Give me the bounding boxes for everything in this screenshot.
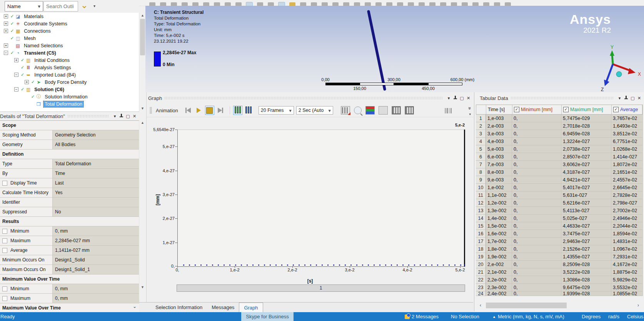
expand-icon[interactable]: + [4, 29, 8, 33]
collapse-icon[interactable]: − [14, 73, 18, 77]
table-cell[interactable]: 2,4e-002 [486, 291, 512, 296]
close-icon[interactable]: ✕ [636, 96, 642, 101]
body-icon[interactable] [354, 2, 360, 6]
skip-to-end-icon[interactable] [216, 106, 225, 115]
scroll-up-icon[interactable]: ▲ [139, 120, 146, 126]
table-cell[interactable]: 0, [512, 207, 561, 215]
label-icon[interactable] [268, 2, 274, 6]
tree-item-solution-c6-[interactable]: −✓▥Solution (C6) [0, 86, 139, 93]
table-cell[interactable]: 1,4355e-027 [561, 253, 611, 261]
table-row[interactable]: 141,4e-0020,5,025e-0272,4946e-02 [476, 215, 643, 222]
table-cell[interactable]: 5,4113e-027 [561, 207, 611, 215]
panel-menu-icon[interactable]: ▾ [112, 114, 118, 119]
table-cell[interactable]: 2,e-002 [486, 261, 512, 268]
table-cell[interactable]: 2,8507e-027 [561, 153, 611, 161]
table-row[interactable]: 44,e-0030,1,3224e-0276,7751e-02 [476, 138, 643, 145]
table-cell[interactable]: 2,3e-002 [486, 284, 512, 291]
table-cell[interactable]: 0, [512, 199, 561, 207]
tab-messages[interactable]: Messages [207, 303, 239, 312]
table-cell[interactable]: 0, [512, 284, 561, 291]
table-cell[interactable]: 5,025e-027 [561, 215, 611, 222]
table-row[interactable]: 242,4e-0020,1,9399e-0281,0855e-02 [476, 291, 643, 296]
checkbox-unchecked-icon[interactable] [2, 238, 7, 243]
extend-icon[interactable] [365, 2, 371, 6]
table-cell[interactable]: 1,5e-002 [486, 222, 512, 230]
close-icon[interactable]: ✕ [131, 114, 138, 119]
skip-to-start-icon[interactable] [184, 106, 193, 115]
table-row[interactable]: 181,8e-0020,2,1526e-0271,0967e-02 [476, 245, 643, 253]
panel-menu-icon[interactable]: ▾ [616, 96, 623, 101]
status-units[interactable]: ▲ Metric (mm, kg, N, s, mV, mA) [492, 312, 564, 321]
zoom-box-icon[interactable] [203, 2, 209, 6]
details-value[interactable]: No [53, 207, 139, 216]
export-video-icon[interactable] [341, 106, 350, 115]
status-angular-velocity[interactable]: rad/s [608, 312, 619, 321]
table-cell[interactable]: 2,7018e-028 [561, 122, 611, 130]
table-cell[interactable]: 2,e-003 [486, 122, 512, 130]
beam-geometry[interactable] [145, 6, 644, 92]
zoom-chart-icon[interactable] [354, 106, 362, 114]
collapse-icon[interactable]: − [4, 51, 8, 55]
table-cell[interactable]: 0, [512, 130, 561, 138]
adjacent-icon[interactable] [375, 2, 382, 6]
tree-item-named-selections[interactable]: +▤Named Selections [0, 42, 139, 49]
checkbox-unchecked-icon[interactable] [2, 248, 7, 253]
table-row[interactable]: 99,e-0030,4,9421e-0272,4557e-02 [476, 176, 643, 184]
table-cell[interactable]: 1,1e-002 [486, 191, 512, 199]
skype-for-business[interactable]: Skype for Business [241, 312, 294, 321]
table-cell[interactable]: 5,7475e-029 [561, 115, 611, 122]
table-cell[interactable]: 0, [512, 215, 561, 222]
table-cell[interactable]: 1,e-003 [486, 115, 512, 122]
table-cell[interactable]: 6,9459e-028 [561, 130, 611, 138]
manage-views-icon[interactable] [494, 2, 500, 6]
table-cell[interactable]: 5,e-003 [486, 145, 512, 153]
table-cell[interactable]: 9,6475e-029 [561, 284, 611, 291]
details-value[interactable]: 0, mm [53, 284, 139, 293]
table-cell[interactable]: 2,798e-027 [611, 199, 643, 207]
pin-icon[interactable] [118, 113, 125, 119]
duration-dropdown[interactable]: 2 Sec (Auto ▾ [296, 106, 333, 115]
table-cell[interactable]: 1,6493e-02 [611, 122, 643, 130]
checkbox-checked-icon[interactable]: ✓ [613, 107, 619, 112]
table-cell[interactable]: 5,9829e-02 [611, 276, 643, 284]
details-value[interactable]: Last [53, 178, 139, 188]
checkbox-unchecked-icon[interactable] [2, 229, 7, 234]
tags-icon[interactable] [505, 2, 511, 6]
film-strip-2-icon[interactable] [405, 106, 414, 115]
tree-item-connections[interactable]: +✓▦Connections [0, 27, 139, 35]
time-marker-line[interactable] [464, 130, 465, 266]
toolbar-menu-icon[interactable]: ▾ [469, 112, 471, 116]
table-cell[interactable]: 0, [512, 261, 561, 268]
column-header[interactable]: ✓Minimum [mm] [512, 105, 562, 114]
min-tag-icon[interactable] [311, 2, 317, 6]
table-row[interactable]: 171,7e-0020,2,9463e-0271,4831e-02 [476, 238, 643, 245]
table-row[interactable]: 55,e-0030,2,0738e-0271,0268e-02 [476, 145, 643, 153]
table-cell[interactable]: 1,0268e-02 [611, 145, 643, 153]
table-cell[interactable]: 0, [512, 268, 561, 276]
table-cell[interactable]: 0, [512, 145, 561, 153]
expand-icon[interactable]: + [14, 58, 18, 62]
table-row[interactable]: 88,e-0030,4,3187e-0272,1651e-02 [476, 168, 643, 176]
screenshot-icon[interactable] [379, 106, 388, 115]
geometry-viewport[interactable]: C: Transient Structural Total Deformatio… [145, 6, 644, 92]
details-scrollbar[interactable]: ▲ ▼ [139, 120, 146, 300]
tree-item-transient-c5-[interactable]: −✓◔Transient (C5) [0, 49, 139, 57]
table-cell[interactable]: 9,e-003 [486, 176, 512, 184]
expand-icon[interactable]: + [4, 43, 8, 48]
table-row[interactable]: 131,3e-0020,5,4113e-0272,7002e-02 [476, 207, 643, 215]
table-row[interactable]: 212,1e-0020,3,5222e-0281,8875e-02 [476, 268, 643, 276]
outline-view-icon[interactable] [440, 2, 446, 6]
table-row[interactable]: 77,e-0030,3,6062e-0271,8072e-02 [476, 161, 643, 168]
outline-search[interactable] [43, 1, 78, 12]
tree-item-materials[interactable]: +✓◪Materials [0, 13, 139, 20]
expand-icon[interactable]: + [4, 22, 8, 26]
table-cell[interactable]: 1,3086e-028 [561, 276, 611, 284]
table-cell[interactable]: 1,8594e-02 [611, 230, 643, 238]
table-row[interactable]: 111,1e-0020,5,631e-0272,7828e-02 [476, 191, 643, 199]
details-value[interactable]: 0, mm [53, 226, 139, 236]
frames-dropdown[interactable]: 20 Frames ▾ [259, 106, 294, 115]
details-value[interactable]: All Bodies [53, 140, 139, 149]
table-cell[interactable]: 3,7475e-027 [561, 230, 611, 238]
details-value[interactable]: Geometry Selection [53, 130, 139, 140]
table-cell[interactable]: 8,2509e-028 [561, 261, 611, 268]
